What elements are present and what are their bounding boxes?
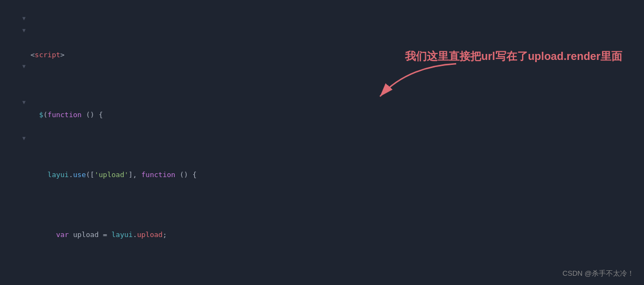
fold-arrow[interactable]: ▼ (20, 96, 28, 108)
line-num (0, 36, 20, 48)
fold-arrow[interactable] (20, 192, 28, 204)
fold-arrow[interactable]: ▼ (20, 24, 28, 36)
fold-arrow[interactable]: ▼ (20, 12, 28, 24)
fold-arrow[interactable] (20, 36, 28, 48)
fold-arrow[interactable] (20, 84, 28, 96)
fold-arrow[interactable] (20, 252, 28, 264)
code-line: $(function () { (30, 109, 644, 121)
code-line: layui.use(['upload'], function () { (30, 169, 644, 181)
fold-arrow[interactable] (20, 240, 28, 252)
line-num (0, 84, 20, 96)
code-area: ▼ ▼ ▼ ▼ ▼ (0, 0, 644, 285)
line-num (0, 24, 20, 36)
line-num (0, 48, 20, 60)
fold-arrow[interactable] (20, 144, 28, 156)
line-num (0, 252, 20, 264)
fold-arrow[interactable] (20, 180, 28, 192)
line-num (0, 72, 20, 84)
line-num (0, 264, 20, 276)
line-num (0, 0, 20, 12)
fold-arrow[interactable] (20, 48, 28, 60)
line-num (0, 216, 20, 228)
line-text: <script> (30, 49, 65, 61)
line-num (0, 96, 20, 108)
line-num (0, 156, 20, 168)
watermark: CSDN @杀手不太冷！ (562, 269, 634, 278)
line-num (0, 132, 20, 144)
fold-arrow[interactable] (20, 108, 28, 120)
code-editor: ▼ ▼ ▼ ▼ ▼ (0, 0, 644, 285)
line-num (0, 60, 20, 72)
line-num (0, 228, 20, 240)
line-num (0, 144, 20, 156)
line-num (0, 204, 20, 216)
code-line: var upload = layui.upload; (30, 229, 644, 241)
fold-arrow[interactable] (20, 0, 28, 12)
code-lines: <script> $(function () { layui.use(['upl… (28, 0, 644, 285)
line-text: var upload = layui.upload; (30, 229, 167, 241)
fold-arrow[interactable]: ▼ (20, 60, 28, 72)
code-line: <script> (30, 49, 644, 61)
line-num (0, 192, 20, 204)
line-num (0, 12, 20, 24)
line-text: layui.use(['upload'], function () { (30, 169, 197, 181)
fold-arrow[interactable] (20, 228, 28, 240)
gutter: ▼ ▼ ▼ ▼ ▼ (0, 0, 28, 285)
fold-arrow[interactable] (20, 156, 28, 168)
fold-arrow[interactable] (20, 168, 28, 180)
line-num (0, 168, 20, 180)
fold-arrow[interactable] (20, 72, 28, 84)
line-num (0, 120, 20, 132)
fold-arrow[interactable] (20, 216, 28, 228)
line-num (0, 108, 20, 120)
fold-arrow[interactable] (20, 204, 28, 216)
line-num (0, 180, 20, 192)
fold-indicators: ▼ ▼ ▼ ▼ ▼ (20, 0, 28, 285)
fold-arrow[interactable] (20, 264, 28, 276)
fold-arrow[interactable]: ▼ (20, 132, 28, 144)
fold-arrow[interactable] (20, 120, 28, 132)
line-num (0, 240, 20, 252)
line-text: $(function () { (30, 109, 103, 121)
line-numbers (0, 0, 20, 285)
